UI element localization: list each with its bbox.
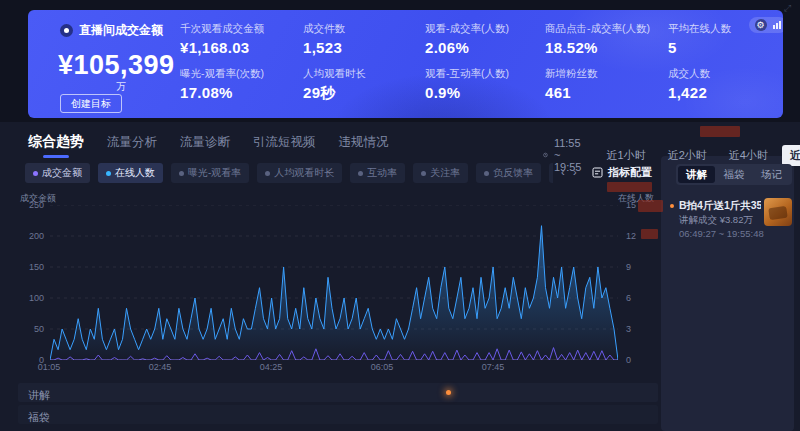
metric-value: 0.9% [425,84,509,101]
metric-cell: 新增粉丝数461 [545,67,598,101]
tab-trend[interactable]: 综合趋势 [28,133,84,158]
item-bullet-icon [670,204,674,208]
range-button[interactable]: 近4小时 [721,145,776,166]
time-range-text: 11:55 ~ 19:55 [554,137,587,173]
summary-panel: 直播间成交金额 ¥105,399 万 创建目标 千次观看成交金额¥1,168.0… [28,10,783,118]
metric-cell: 人均观看时长29秒 [303,67,366,103]
tab-item-1[interactable]: 流量分析 [107,134,157,158]
metric-value: 1,422 [668,84,710,101]
metric-value: 1,523 [303,39,345,56]
explain-item-title[interactable]: B拍4斤送1斤共35-4... [679,199,761,213]
tab-item-2[interactable]: 流量诊断 [180,134,230,158]
expand-icon: ⤢ [784,3,791,14]
metric-cell: 平均在线人数5 [668,22,731,56]
right-axis-tick: 6 [626,293,631,303]
side-tab-2[interactable]: 福袋 [715,166,752,183]
metric-label: 商品点击-成交率(人数) [545,22,650,36]
annotation-mark [607,182,652,192]
metric-chip[interactable]: 互动率 [350,163,405,183]
metric-cell: 观看-互动率(人数)0.9% [425,67,509,101]
metric-chip[interactable]: 在线人数 [98,163,163,183]
right-axis-tick: 9 [626,262,631,272]
chip-dot-icon [33,171,38,176]
metric-config-label: 指标配置 [608,165,652,180]
chip-prev-icon[interactable]: ‹ [561,166,565,178]
metric-value: 461 [545,84,598,101]
chip-dot-icon [179,171,184,176]
dashboard-screen: ⤢ 直播间成交金额 ¥105,399 万 创建目标 千次观看成交金额¥1,168… [0,0,800,431]
panel-actions: ⚙ [749,17,783,33]
metric-value: 2.06% [425,39,509,56]
x-axis-tick: 04:25 [253,362,289,372]
clock-icon [543,150,548,160]
explain-item-gmv: 讲解成交 ¥3.82万 [679,214,753,227]
live-room-icon [60,24,73,37]
config-icon [592,167,603,178]
metric-label: 成交件数 [303,22,345,36]
chip-label: 关注率 [430,166,460,180]
create-goal-button[interactable]: 创建目标 [60,94,122,113]
marker-dot[interactable] [446,390,451,395]
chip-label: 人均观看时长 [274,166,334,180]
metric-chip[interactable]: 曝光-观看率 [171,163,249,183]
chip-dot-icon [106,171,111,176]
annotation-mark [638,200,663,212]
right-axis-tick: 15 [626,200,636,210]
metric-value: 18.52% [545,39,650,56]
left-axis-tick: 50 [14,324,44,334]
tab-item-3[interactable]: 引流短视频 [253,134,316,158]
metric-chip[interactable]: 负反馈次数 [549,163,553,183]
chip-next-icon[interactable]: › [573,166,577,178]
track-label: 讲解 [28,388,50,403]
trend-tabs: 综合趋势流量分析流量诊断引流短视频违规情况 [28,133,389,158]
chip-dot-icon [484,171,489,176]
bars-icon[interactable] [772,20,782,30]
explain-item-time: 06:49:27 ~ 19:55:48 [679,228,764,239]
side-tab-3[interactable]: 场记 [753,166,790,183]
track-explain-row[interactable] [18,383,658,402]
chip-dot-icon [265,171,270,176]
product-thumbnail[interactable] [764,198,792,226]
left-axis-tick: 200 [14,231,44,241]
metric-label: 成交人数 [668,67,710,81]
right-axis-tick: 12 [626,231,636,241]
annotation-mark [641,229,658,239]
metric-chip[interactable]: 关注率 [413,163,468,183]
metric-value: 5 [668,39,731,56]
right-axis-tick: 3 [626,324,631,334]
range-button[interactable]: 近2小时 [660,145,715,166]
metric-cell: 观看-成交率(人数)2.06% [425,22,509,56]
side-panel-tabs: 讲解福袋场记 [676,164,792,185]
metric-cell: 曝光-观看率(次数)17.08% [180,67,264,101]
chip-label: 互动率 [367,166,397,180]
chip-dot-icon [421,171,426,176]
track-label: 福袋 [28,410,50,425]
range-button[interactable]: 近1小时 [599,145,654,166]
annotation-mark [700,126,740,137]
chip-label: 在线人数 [115,166,155,180]
metric-chip[interactable]: 负反馈率 [476,163,541,183]
trend-chart[interactable] [50,205,618,360]
chip-label: 负反馈率 [493,166,533,180]
metric-label: 人均观看时长 [303,67,366,81]
metric-config-button[interactable]: 指标配置 [592,165,652,180]
range-button[interactable]: 近8小时 [782,145,800,166]
metric-value: ¥1,168.03 [180,39,264,56]
metric-cell: 成交人数1,422 [668,67,710,101]
x-axis-tick: 02:45 [142,362,178,372]
x-axis-tick: 06:05 [364,362,400,372]
tab-item-4[interactable]: 违规情况 [339,134,389,158]
side-tab-1[interactable]: 讲解 [678,166,715,183]
range-buttons: 近1小时近2小时近4小时近8小时 [599,145,800,166]
metric-label: 新增粉丝数 [545,67,598,81]
metric-cell: 商品点击-成交率(人数)18.52% [545,22,650,56]
left-axis-tick: 250 [14,200,44,210]
metric-value: 29秒 [303,84,366,103]
gear-icon[interactable]: ⚙ [755,19,767,31]
metric-chip[interactable]: 人均观看时长 [257,163,342,183]
metric-chip-row: 成交金额在线人数曝光-观看率人均观看时长互动率关注率负反馈率负反馈次数千次观看成… [25,163,553,183]
metric-label: 观看-成交率(人数) [425,22,509,36]
primary-metric-value: ¥105,399 [58,50,175,81]
track-luckybag-row[interactable] [18,405,658,424]
metric-chip[interactable]: 成交金额 [25,163,90,183]
